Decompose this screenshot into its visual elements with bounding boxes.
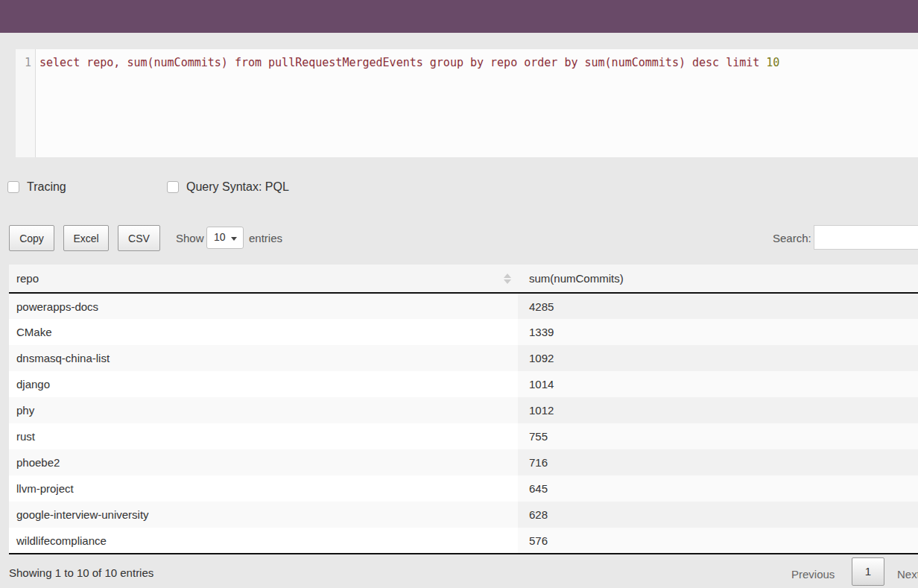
pql-checkbox[interactable]	[167, 181, 179, 193]
sql-limit-literal: 10	[766, 56, 779, 69]
entries-label: entries	[249, 232, 282, 244]
table-header-row: repo sum(numCommits)	[9, 265, 918, 293]
sum-header-label: sum(numCommits)	[529, 272, 624, 285]
sql-query-text: select repo, sum(numCommits) from pullRe…	[39, 56, 766, 69]
show-label: Show	[176, 232, 204, 244]
cell-sum-numcommits: 645	[518, 475, 918, 502]
cell-repo: llvm-project	[9, 475, 518, 502]
cell-sum-numcommits: 576	[518, 528, 918, 554]
page-size-value: 10	[214, 231, 226, 243]
cell-repo: django	[9, 371, 518, 397]
table-toolbar: Copy Excel CSV Show 10 entries Search:	[0, 225, 918, 252]
results-table: repo sum(numCommits) powerapps-docs4285C…	[9, 265, 918, 554]
table-row: google-interview-university628	[9, 502, 918, 528]
table-row: powerapps-docs4285	[9, 293, 918, 319]
page-size-select[interactable]: 10	[206, 227, 244, 249]
pql-label: Query Syntax: PQL	[186, 180, 289, 194]
csv-button[interactable]: CSV	[118, 225, 160, 251]
query-console-page: 1 select repo, sum(numCommits) from pull…	[0, 0, 918, 588]
table-row: dnsmasq-china-list1092	[9, 345, 918, 371]
cell-sum-numcommits: 755	[518, 423, 918, 449]
sql-query-line: select repo, sum(numCommits) from pullRe…	[39, 55, 918, 70]
table-row: CMake1339	[9, 319, 918, 345]
table-row: llvm-project645	[9, 475, 918, 502]
excel-button[interactable]: Excel	[63, 225, 109, 251]
editor-line-number-gutter: 1	[16, 49, 36, 157]
query-options-row: Tracing Query Syntax: PQL Run Query	[0, 180, 918, 208]
column-header-repo[interactable]: repo	[9, 265, 518, 293]
cell-sum-numcommits: 4285	[518, 293, 918, 319]
sql-editor-input[interactable]: select repo, sum(numCommits) from pullRe…	[36, 49, 918, 157]
top-nav-bar	[0, 0, 918, 33]
cell-repo: powerapps-docs	[9, 293, 518, 319]
cell-repo: phy	[9, 397, 518, 423]
cell-repo: phoebe2	[9, 449, 518, 475]
table-info-text: Showing 1 to 10 of 10 entries	[9, 566, 153, 579]
cell-repo: google-interview-university	[9, 502, 518, 528]
line-number: 1	[16, 55, 31, 70]
tracing-option: Tracing	[7, 180, 66, 194]
cell-repo: rust	[9, 423, 518, 449]
search-input[interactable]	[814, 225, 918, 250]
sql-editor[interactable]: 1 select repo, sum(numCommits) from pull…	[16, 49, 918, 157]
table-body: powerapps-docs4285CMake1339dnsmasq-china…	[9, 293, 918, 554]
next-page-button[interactable]: Next	[897, 568, 918, 581]
cell-sum-numcommits: 1014	[518, 371, 918, 397]
cell-sum-numcommits: 1012	[518, 397, 918, 423]
table-row: phoebe2716	[9, 449, 918, 475]
cell-sum-numcommits: 1092	[518, 345, 918, 371]
table-row: wildlifecompliance576	[9, 528, 918, 554]
copy-button[interactable]: Copy	[9, 225, 54, 251]
table-row: django1014	[9, 371, 918, 397]
cell-sum-numcommits: 716	[518, 449, 918, 475]
table-row: phy1012	[9, 397, 918, 423]
cell-repo: dnsmasq-china-list	[9, 345, 518, 371]
previous-page-button[interactable]: Previous	[791, 568, 835, 581]
search-label: Search:	[773, 232, 811, 244]
current-page-button[interactable]: 1	[852, 557, 884, 586]
sort-icon	[504, 274, 511, 284]
column-header-sum-numcommits[interactable]: sum(numCommits)	[518, 265, 918, 293]
cell-sum-numcommits: 628	[518, 502, 918, 528]
tracing-label: Tracing	[27, 180, 66, 194]
tracing-checkbox[interactable]	[7, 181, 19, 193]
pql-option: Query Syntax: PQL	[167, 180, 289, 194]
cell-repo: wildlifecompliance	[9, 528, 518, 554]
cell-sum-numcommits: 1339	[518, 319, 918, 345]
cell-repo: CMake	[9, 319, 518, 345]
chevron-down-icon	[231, 237, 237, 241]
table-row: rust755	[9, 423, 918, 449]
repo-header-label: repo	[16, 272, 39, 285]
